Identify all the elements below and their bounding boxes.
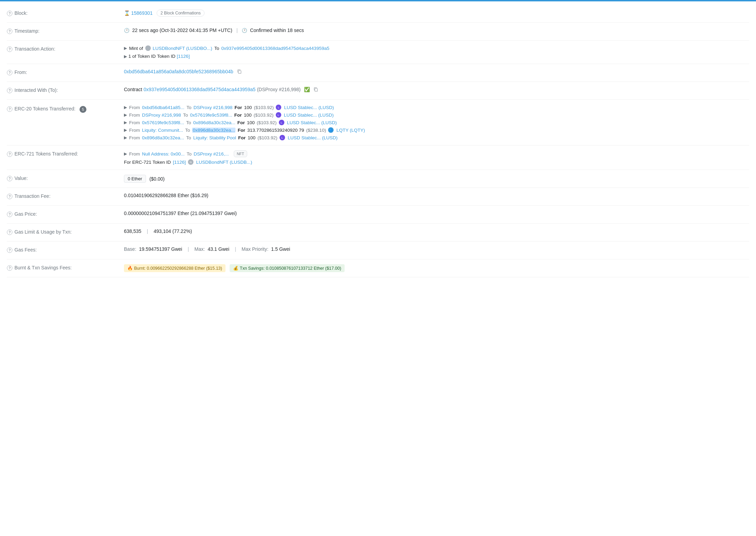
txaction-value-col: ▶ Mint of LUSDBondNFT (LUSDBO...) To 0x9… xyxy=(124,45,749,59)
transfer5-to-addr[interactable]: Liquity: Stability Pool xyxy=(193,135,236,140)
transfer5-for-label: For xyxy=(238,135,246,140)
txaction-main-row: ▶ Mint of LUSDBondNFT (LUSDBO...) To 0x9… xyxy=(124,45,749,51)
transfer4-to-addr[interactable]: 0x896d8a30c32ea... xyxy=(193,128,235,133)
burnt-label: Burnt & Txn Savings Fees: xyxy=(14,265,72,270)
transfer4-from-addr[interactable]: Liquity: Communit... xyxy=(142,128,183,133)
timestamp-row: ? Timestamp: 🕐 22 secs ago (Oct-31-2022 … xyxy=(7,23,749,41)
gasfees-label: Gas Fees: xyxy=(14,247,37,253)
from-help-icon[interactable]: ? xyxy=(7,70,12,75)
interacted-help-icon[interactable]: ? xyxy=(7,88,12,93)
erc721-from-label: From xyxy=(129,151,140,157)
from-content: 0xbd56dba641a856a0afa8dc05bfe52368965bb0… xyxy=(124,69,749,74)
gasusage-help-icon[interactable]: ? xyxy=(7,229,12,235)
transfer1-usd: ($103.92) xyxy=(254,105,274,110)
block-row: ? Block: ⌛ 15869301 2 Block Confirmation… xyxy=(7,5,749,23)
transfer1-to-label: To xyxy=(187,105,191,110)
txaction-to-text: To xyxy=(214,46,219,51)
transfer2-to-addr[interactable]: 0x57619fe9c539f8... xyxy=(190,112,232,118)
erc721-from-addr[interactable]: Null Address: 0x00... xyxy=(142,151,185,157)
interacted-prefix: Contract xyxy=(124,87,142,92)
from-label: From: xyxy=(14,69,27,75)
transfer5-arrow: ▶ xyxy=(124,135,127,140)
from-copy-icon[interactable] xyxy=(237,69,242,74)
txaction-token-link[interactable]: LUSDBondNFT (LUSDBO...) xyxy=(153,46,212,51)
timestamp-help-icon[interactable]: ? xyxy=(7,29,12,34)
erc721-main-row: ▶ From Null Address: 0x00... To DSProxy … xyxy=(124,150,749,157)
gasfees-max: 43.1 Gwei xyxy=(208,246,229,252)
gasfees-pipe2: | xyxy=(235,246,236,252)
gasusage-usage: 493,104 (77.22%) xyxy=(154,228,192,234)
txfee-label: Transaction Fee: xyxy=(14,193,51,199)
timestamp-value-col: 🕐 22 secs ago (Oct-31-2022 04:41:35 PM +… xyxy=(124,28,749,33)
block-help-icon[interactable]: ? xyxy=(7,11,12,16)
transfer3-from-addr[interactable]: 0x57619fe9c539f8... xyxy=(142,120,184,125)
interacted-copy-icon[interactable] xyxy=(313,87,318,92)
erc721-sub-row: For ERC-721 Token ID [1126] N LUSDBondNF… xyxy=(124,159,749,165)
transfer1-arrow: ▶ xyxy=(124,105,127,110)
confirmations-badge: 2 Block Confirmations xyxy=(157,10,204,17)
from-value-col: 0xbd56dba641a856a0afa8dc05bfe52368965bb0… xyxy=(124,69,749,74)
transfer5-from-addr[interactable]: 0x896d8a30c32ea... xyxy=(142,135,184,140)
transfer1-to-addr[interactable]: DSProxy #216,998 xyxy=(193,105,232,110)
timestamp-confirmed: Confirmed within 18 secs xyxy=(250,28,304,33)
svg-rect-1 xyxy=(315,88,318,91)
transfer5-token-icon: L xyxy=(280,135,285,140)
transfer5-token-name[interactable]: LUSD Stablec... (LUSD) xyxy=(288,135,338,140)
txaction-tokenid-link[interactable]: [1126] xyxy=(177,54,190,59)
erc20-help-icon[interactable]: ? xyxy=(7,106,12,112)
timestamp-label: Timestamp: xyxy=(14,28,40,34)
erc721-arrow: ▶ xyxy=(124,151,127,156)
transfer3-token-name[interactable]: LUSD Stablec... (LUSD) xyxy=(287,120,337,125)
gasfees-content: Base: 19.594751397 Gwei | Max: 43.1 Gwei… xyxy=(124,246,749,252)
burnt-fire-badge: 🔥 Burnt: 0.009662250292866288 Ether ($15… xyxy=(124,264,225,272)
transfer1-from-addr[interactable]: 0xbd56dba641a85... xyxy=(142,105,185,110)
gasfees-maxpriority: 1.5 Gwei xyxy=(271,246,290,252)
txaction-to-address[interactable]: 0x937e995405d00613368dad95475d4aca443959… xyxy=(221,46,329,51)
burnt-savings-badge: 💰 Txn Savings: 0.010850876107133712 Ethe… xyxy=(230,264,345,272)
transfer2-token-name[interactable]: LUSD Stablec... (LUSD) xyxy=(284,112,334,118)
transfer1-amount: 100 xyxy=(244,105,252,110)
gasfees-max-label: Max: xyxy=(195,246,205,252)
block-number-link[interactable]: 15869301 xyxy=(131,10,153,16)
value-label-col: ? Value: xyxy=(7,175,124,181)
erc20-transfer-2: ▶ From DSProxy #216,998 To 0x57619fe9c53… xyxy=(124,112,749,118)
transfer3-for-label: For xyxy=(237,120,245,125)
txaction-label: Transaction Action: xyxy=(14,46,55,52)
gasusage-pipe: | xyxy=(147,228,148,234)
block-value-col: ⌛ 15869301 2 Block Confirmations xyxy=(124,10,749,17)
transfer3-to-addr[interactable]: 0x896d8a30c32ea... xyxy=(193,120,235,125)
transfer1-token-name[interactable]: LUSD Stablec... (LUSD) xyxy=(284,105,334,110)
erc721-help-icon[interactable]: ? xyxy=(7,151,12,157)
erc20-transfer-4: ▶ From Liquity: Communit... To 0x896d8a3… xyxy=(124,127,749,133)
transfer5-usd: ($103.92) xyxy=(258,135,277,140)
burnt-help-icon[interactable]: ? xyxy=(7,265,12,271)
transfer2-from-addr[interactable]: DSProxy #216,998 xyxy=(142,112,181,118)
txfee-value-col: 0.010401906292866288 Ether ($16.29) xyxy=(124,193,749,198)
erc721-token-id[interactable]: [1126] xyxy=(173,160,186,165)
txfee-help-icon[interactable]: ? xyxy=(7,194,12,199)
transfer4-to-highlight: 0x896d8a30c32ea... xyxy=(192,128,235,133)
value-usd: ($0.00) xyxy=(149,176,165,182)
erc721-to-addr[interactable]: DSProxy #216,... xyxy=(194,151,229,157)
interacted-address-link[interactable]: 0x937e995405d00613368dad95475d4aca443959… xyxy=(144,87,255,92)
transfer2-usd: ($103.92) xyxy=(254,112,274,118)
erc20-value-col: ▶ From 0xbd56dba641a85... To DSProxy #21… xyxy=(124,105,749,140)
erc721-value-col: ▶ From Null Address: 0x00... To DSProxy … xyxy=(124,150,749,165)
txaction-label-col: ? Transaction Action: xyxy=(7,45,124,52)
transfer3-usd: ($103.92) xyxy=(257,120,277,125)
gasprice-help-icon[interactable]: ? xyxy=(7,212,12,217)
value-help-icon[interactable]: ? xyxy=(7,176,12,181)
txaction-help-icon[interactable]: ? xyxy=(7,46,12,52)
block-label: Block: xyxy=(14,10,28,16)
erc721-token-name[interactable]: LUSDBondNFT (LUSDB...) xyxy=(196,160,252,165)
gasfees-help-icon[interactable]: ? xyxy=(7,247,12,253)
erc721-token-icon: N xyxy=(188,159,193,165)
timestamp-label-col: ? Timestamp: xyxy=(7,28,124,34)
erc20-row: ? ERC-20 Tokens Transferred: 5 ▶ From 0x… xyxy=(7,100,749,146)
from-address-link[interactable]: 0xbd56dba641a856a0afa8dc05bfe52368965bb0… xyxy=(124,69,233,74)
transfer2-amount: 100 xyxy=(244,112,252,118)
burnt-row: ? Burnt & Txn Savings Fees: 🔥 Burnt: 0.0… xyxy=(7,259,749,277)
gasprice-label: Gas Price: xyxy=(14,211,37,217)
transfer4-token-name[interactable]: LQTY (LQTY) xyxy=(336,128,365,133)
gasusage-limit: 638,535 xyxy=(124,228,141,234)
